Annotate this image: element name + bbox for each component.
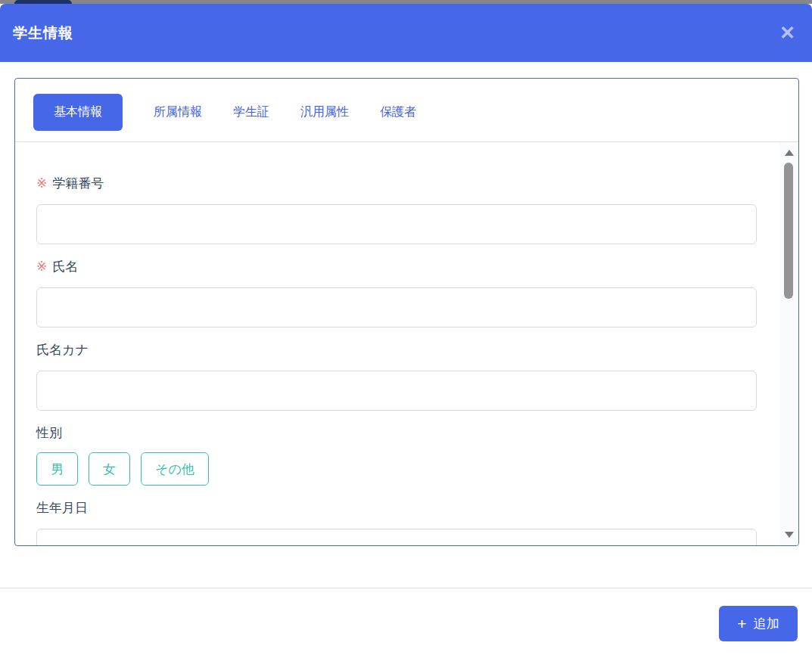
- tab-bar: 基本情報 所属情報 学生証 汎用属性 保護者: [15, 79, 798, 142]
- tab-basic-info[interactable]: 基本情報: [33, 94, 123, 131]
- vertical-scrollbar[interactable]: [779, 142, 798, 545]
- student-info-modal: 学生情報 ✕ 基本情報 所属情報 学生証 汎用属性 保護者 ※: [0, 4, 812, 655]
- form-row: 生年月日: [36, 501, 757, 545]
- birthdate-input[interactable]: [36, 529, 757, 545]
- gender-male-button[interactable]: 男: [36, 452, 78, 486]
- modal-title: 学生情報: [13, 23, 73, 43]
- tab-generic-attrs[interactable]: 汎用属性: [300, 104, 349, 120]
- add-button-label: 追加: [754, 615, 779, 632]
- scroll-up-icon[interactable]: [785, 150, 794, 156]
- tab-student-id[interactable]: 学生証: [233, 104, 269, 120]
- add-button[interactable]: + 追加: [719, 606, 798, 641]
- required-marker: ※: [36, 176, 47, 191]
- basic-info-form: ※ 学籍番号 ※ 氏名: [15, 142, 798, 545]
- field-label-text: 学籍番号: [52, 176, 104, 191]
- field-label-text: 生年月日: [36, 501, 88, 516]
- required-marker: ※: [36, 259, 47, 275]
- gender-button-group: 男 女 その他: [36, 452, 757, 486]
- modal-body: 基本情報 所属情報 学生証 汎用属性 保護者 ※ 学籍番号: [0, 62, 812, 546]
- form-row: 氏名カナ: [36, 343, 757, 411]
- field-label-birthdate: 生年月日: [36, 501, 757, 516]
- tab-panel: 基本情報 所属情報 学生証 汎用属性 保護者 ※ 学籍番号: [14, 78, 799, 546]
- screen: 学生情報 ✕ 基本情報 所属情報 学生証 汎用属性 保護者 ※: [0, 0, 812, 655]
- close-icon[interactable]: ✕: [778, 22, 797, 44]
- field-label-text: 氏名カナ: [36, 343, 89, 358]
- field-label-name-kana: 氏名カナ: [36, 343, 757, 358]
- form-row: ※ 氏名: [36, 259, 757, 328]
- tab-affiliation[interactable]: 所属情報: [154, 104, 202, 120]
- name-input[interactable]: [36, 287, 757, 328]
- scrollbar-thumb[interactable]: [784, 163, 793, 299]
- name-kana-input[interactable]: [36, 371, 757, 411]
- gender-female-button[interactable]: 女: [89, 452, 130, 486]
- form-row: 性別 男 女 その他: [36, 426, 757, 486]
- form-scroll-area: ※ 学籍番号 ※ 氏名: [15, 142, 798, 545]
- form-row: ※ 学籍番号: [36, 176, 757, 244]
- field-label-text: 氏名: [52, 259, 78, 275]
- field-label-text: 性別: [36, 426, 62, 441]
- field-label-gender: 性別: [36, 426, 757, 441]
- modal-header: 学生情報 ✕: [0, 4, 812, 62]
- tab-guardian[interactable]: 保護者: [380, 104, 416, 120]
- student-number-input[interactable]: [36, 204, 757, 244]
- field-label-name: ※ 氏名: [36, 259, 757, 275]
- modal-footer: + 追加: [0, 588, 812, 641]
- scroll-down-icon[interactable]: [785, 532, 794, 538]
- plus-icon: +: [737, 616, 746, 632]
- gender-other-button[interactable]: その他: [141, 452, 209, 486]
- field-label-student-number: ※ 学籍番号: [36, 176, 757, 191]
